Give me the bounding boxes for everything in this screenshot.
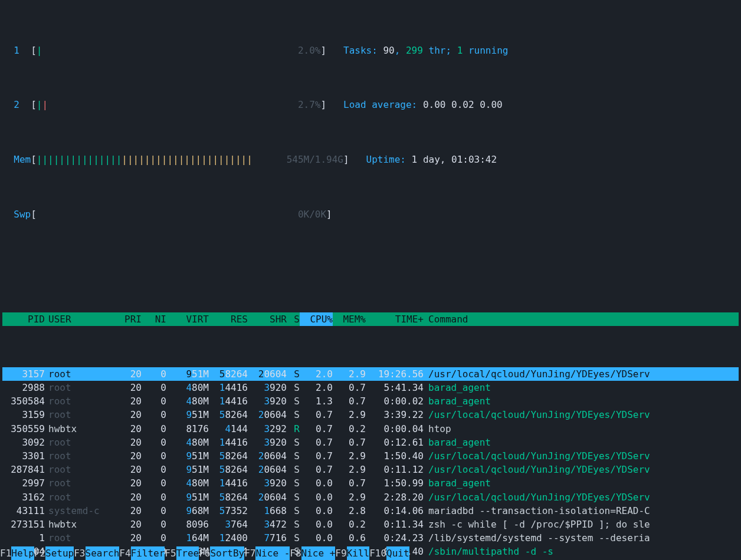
- col-s[interactable]: S: [287, 312, 300, 326]
- fkey-label[interactable]: SortBy: [210, 546, 244, 560]
- fkey-label[interactable]: Nice -: [255, 546, 290, 560]
- fkey-label[interactable]: Kill: [347, 546, 370, 560]
- fkey-label[interactable]: Setup: [45, 546, 74, 560]
- fkey-F2[interactable]: F2: [34, 546, 45, 560]
- cpu1-meter: 1 [| 2.0%] Tasks: 90, 299 thr; 1 running: [2, 44, 739, 57]
- process-row[interactable]: 1root200164M124007716S0.00.60:24.23/lib/…: [2, 531, 739, 545]
- col-ni[interactable]: NI: [142, 312, 166, 326]
- function-keys[interactable]: F1Help F2Setup F3SearchF4FilterF5Tree F6…: [0, 546, 741, 560]
- process-row[interactable]: 2997root200480M144163920S0.00.71:50.99ba…: [2, 476, 739, 490]
- col-mem[interactable]: MEM%: [333, 312, 366, 326]
- fkey-F8[interactable]: F8: [290, 546, 301, 560]
- fkey-F5[interactable]: F5: [165, 546, 176, 560]
- process-row[interactable]: 2988root200480M144163920S2.00.75:41.34ba…: [2, 381, 739, 394]
- process-row[interactable]: 350559hwbtx200817641443292R0.70.20:00.04…: [2, 422, 739, 436]
- col-res[interactable]: RES: [209, 312, 248, 326]
- process-list[interactable]: 3157root200951M5826420604S2.02.919:26.56…: [2, 367, 739, 560]
- process-row[interactable]: 3157root200951M5826420604S2.02.919:26.56…: [2, 367, 739, 381]
- col-pid[interactable]: PID: [2, 312, 45, 326]
- process-header[interactable]: PID USER PRI NI VIRT RES SHR S CPU% MEM%…: [2, 312, 739, 326]
- col-cpu[interactable]: CPU%: [300, 312, 333, 326]
- process-row[interactable]: 43111systemd-c200968M573521668S0.02.80:1…: [2, 504, 739, 518]
- fkey-F6[interactable]: F6: [199, 546, 210, 560]
- process-row[interactable]: 350584root200480M144163920S1.30.70:00.02…: [2, 394, 739, 408]
- process-row[interactable]: 3092root200480M144163920S0.70.70:12.61ba…: [2, 436, 739, 449]
- col-virt[interactable]: VIRT: [166, 312, 209, 326]
- fkey-F1[interactable]: F1: [0, 546, 11, 560]
- fkey-F3[interactable]: F3: [74, 546, 85, 560]
- process-row[interactable]: 287841root200951M5826420604S0.72.90:11.1…: [2, 463, 739, 476]
- swp-meter: Swp[ 0K/0K]: [2, 207, 739, 221]
- col-user[interactable]: USER: [45, 312, 109, 326]
- fkey-F4[interactable]: F4: [119, 546, 130, 560]
- col-time[interactable]: TIME+: [366, 312, 424, 326]
- mem-meter: Mem[||||||||||||||||||||||||||||||||||||…: [2, 153, 739, 166]
- fkey-F9[interactable]: F9: [335, 546, 346, 560]
- fkey-label[interactable]: Search: [86, 546, 120, 560]
- fkey-F7[interactable]: F7: [244, 546, 255, 560]
- fkey-label[interactable]: Nice +: [301, 546, 336, 560]
- process-row[interactable]: 3159root200951M5826420604S0.72.93:39.22/…: [2, 408, 739, 421]
- fkey-label[interactable]: Help: [11, 546, 34, 560]
- htop-terminal[interactable]: 1 [| 2.0%] Tasks: 90, 299 thr; 1 running…: [0, 0, 741, 560]
- process-row[interactable]: 3301root200951M5826420604S0.72.91:50.40/…: [2, 449, 739, 463]
- col-pri[interactable]: PRI: [109, 312, 142, 326]
- fkey-label[interactable]: Quit: [386, 546, 409, 560]
- process-row[interactable]: 3162root200951M5826420604S0.02.92:28.20/…: [2, 490, 739, 504]
- fkey-label[interactable]: Filter: [131, 546, 165, 560]
- col-shr[interactable]: SHR: [248, 312, 287, 326]
- cpu2-meter: 2 [|| 2.7%] Load average: 0.00 0.02 0.00: [2, 98, 739, 111]
- fkey-label[interactable]: Tree: [176, 546, 199, 560]
- fkey-F10[interactable]: F10: [369, 546, 386, 560]
- col-cmd[interactable]: Command: [424, 312, 739, 326]
- process-row[interactable]: 273151hwbtx200809637643472S0.00.20:11.34…: [2, 518, 739, 531]
